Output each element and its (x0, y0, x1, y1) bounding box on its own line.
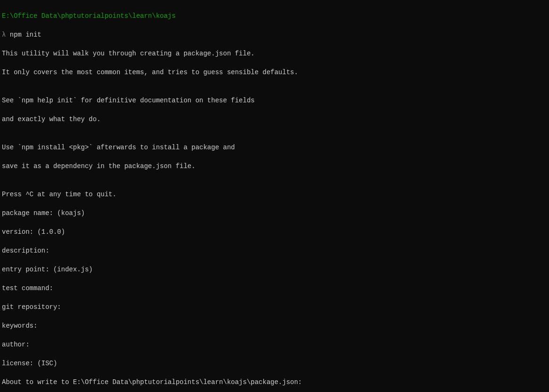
output-line: About to write to E:\Office Data\phptuto… (2, 377, 547, 387)
output-line: This utility will walk you through creat… (2, 49, 547, 58)
output-line: save it as a dependency in the package.j… (2, 161, 547, 171)
current-path: E:\Office Data\phptutorialpoints\learn\k… (2, 12, 176, 20)
output-line: package name: (koajs) (2, 208, 547, 218)
output-line: and exactly what they do. (2, 115, 547, 124)
output-line: Press ^C at any time to quit. (2, 190, 547, 199)
output-line: git repository: (2, 302, 547, 312)
output-line: keywords: (2, 321, 547, 331)
output-line: description: (2, 246, 547, 255)
prompt-symbol: λ (2, 31, 6, 38)
output-line: entry point: (index.js) (2, 265, 547, 274)
command-line: λ npm init (2, 30, 547, 39)
terminal-window[interactable]: E:\Office Data\phptutorialpoints\learn\k… (2, 2, 547, 392)
output-line: version: (1.0.0) (2, 227, 547, 237)
prompt-line: E:\Office Data\phptutorialpoints\learn\k… (2, 11, 547, 21)
command-text: npm init (10, 31, 41, 38)
output-line: license: (ISC) (2, 359, 547, 368)
output-line: test command: (2, 284, 547, 293)
output-line: author: (2, 340, 547, 349)
output-line: It only covers the most common items, an… (2, 68, 547, 77)
output-line: Use `npm install <pkg>` afterwards to in… (2, 143, 547, 152)
output-line: See `npm help init` for definitive docum… (2, 96, 547, 105)
